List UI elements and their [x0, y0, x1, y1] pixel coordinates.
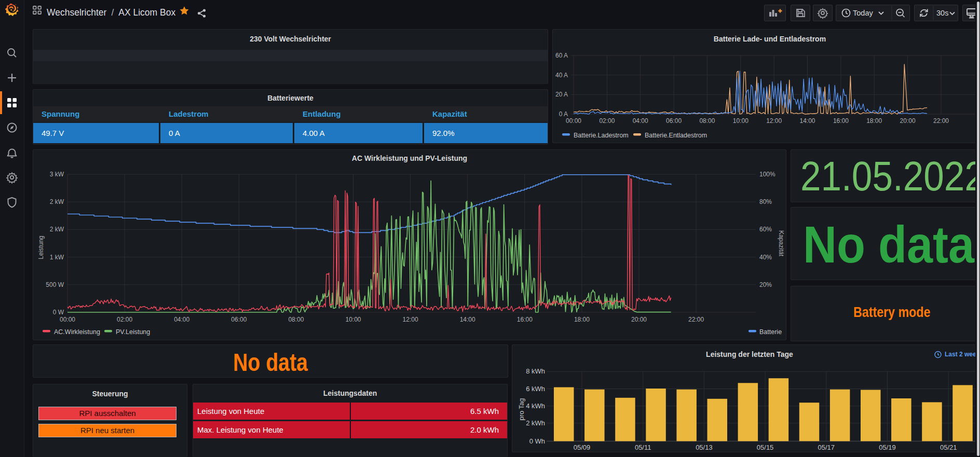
svg-text:Batterie.Entladestrom: Batterie.Entladestrom [645, 132, 707, 139]
svg-text:20:00: 20:00 [900, 117, 916, 124]
svg-text:0 W: 0 W [53, 309, 64, 316]
svg-text:60%: 60% [759, 226, 772, 233]
svg-text:500 W: 500 W [46, 281, 64, 288]
svg-text:05/19: 05/19 [879, 444, 896, 451]
svg-text:80%: 80% [759, 198, 772, 205]
svg-text:0 A: 0 A [559, 110, 568, 118]
svg-text:4 kWh: 4 kWh [526, 402, 545, 410]
svg-text:04:00: 04:00 [633, 117, 648, 124]
svg-text:12:00: 12:00 [766, 117, 782, 124]
svg-text:Batterie: Batterie [759, 328, 782, 336]
svg-text:05/17: 05/17 [818, 444, 835, 451]
svg-text:10:00: 10:00 [733, 117, 748, 124]
svg-text:100%: 100% [759, 171, 775, 178]
svg-text:2 kW: 2 kW [50, 198, 64, 205]
svg-text:05/11: 05/11 [635, 444, 651, 451]
svg-text:02:00: 02:00 [117, 316, 132, 323]
svg-text:05/15: 05/15 [757, 444, 774, 451]
svg-text:6 kWh: 6 kWh [526, 385, 545, 393]
svg-text:40 A: 40 A [555, 72, 568, 79]
svg-text:PV.Leistung: PV.Leistung [116, 328, 150, 336]
svg-text:AC.Wirkleistung: AC.Wirkleistung [54, 328, 100, 336]
svg-text:14:00: 14:00 [460, 316, 475, 323]
svg-text:1 kW: 1 kW [50, 254, 64, 261]
svg-text:22:00: 22:00 [933, 117, 949, 124]
svg-text:14:00: 14:00 [799, 117, 815, 124]
svg-text:Leistung: Leistung [37, 236, 45, 259]
svg-text:05/09: 05/09 [574, 444, 591, 451]
svg-text:18:00: 18:00 [866, 117, 882, 124]
svg-text:00:00: 00:00 [566, 117, 581, 124]
svg-text:16:00: 16:00 [517, 316, 533, 323]
svg-text:06:00: 06:00 [666, 117, 682, 124]
svg-text:40%: 40% [759, 254, 772, 261]
svg-text:04:00: 04:00 [174, 316, 189, 323]
svg-text:06:00: 06:00 [231, 316, 247, 323]
svg-text:pro Tag: pro Tag [518, 398, 525, 420]
svg-text:08:00: 08:00 [288, 316, 304, 323]
svg-text:02:00: 02:00 [599, 117, 615, 124]
svg-text:05/13: 05/13 [696, 444, 713, 451]
svg-text:10:00: 10:00 [345, 316, 361, 323]
svg-text:20 A: 20 A [555, 91, 568, 98]
svg-text:00:00: 00:00 [60, 316, 75, 323]
svg-text:2 kWh: 2 kWh [526, 419, 545, 427]
svg-text:20:00: 20:00 [631, 316, 647, 323]
svg-text:12:00: 12:00 [403, 316, 418, 323]
svg-text:8 kWh: 8 kWh [526, 367, 545, 375]
svg-text:20%: 20% [759, 281, 772, 288]
svg-text:18:00: 18:00 [574, 316, 590, 323]
svg-text:Kapazität: Kapazität [778, 230, 785, 257]
svg-text:0 Wh: 0 Wh [529, 437, 545, 445]
svg-text:16:00: 16:00 [833, 117, 849, 124]
svg-text:3 kW: 3 kW [50, 171, 64, 178]
svg-text:05/21: 05/21 [940, 444, 957, 451]
svg-text:60 A: 60 A [555, 52, 568, 59]
svg-text:2 kW: 2 kW [50, 226, 64, 233]
svg-text:22:00: 22:00 [688, 316, 704, 323]
svg-text:08:00: 08:00 [699, 117, 715, 124]
svg-text:Batterie.Ladestrom: Batterie.Ladestrom [574, 132, 629, 139]
